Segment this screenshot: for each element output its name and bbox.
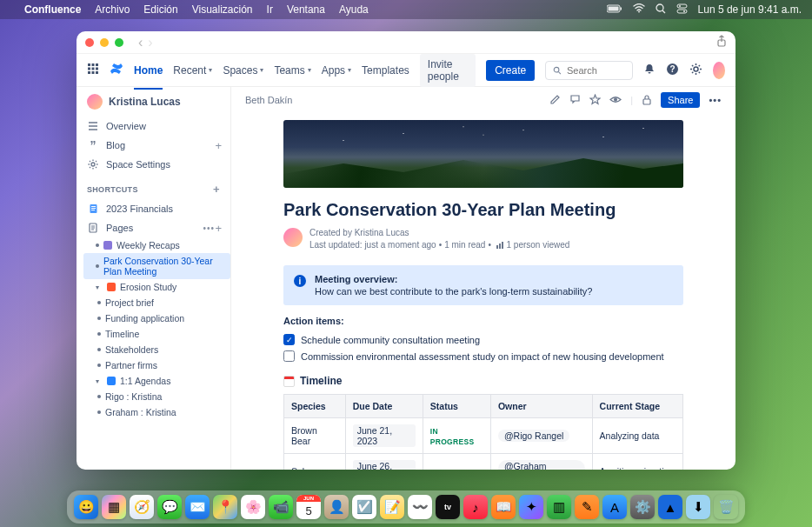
breadcrumb-user[interactable]: Beth Dakín: [245, 95, 292, 105]
nav-back[interactable]: ‹: [138, 35, 143, 50]
dock-music[interactable]: ♪: [463, 495, 488, 519]
battery-icon[interactable]: [607, 3, 622, 16]
tree-item[interactable]: ▾1:1 Agendas: [83, 373, 230, 389]
add-shortcut-button[interactable]: +: [213, 183, 220, 196]
menubar-item[interactable]: Ayuda: [339, 3, 369, 16]
sidebar-space-settings[interactable]: Space Settings: [77, 155, 230, 174]
user-mention[interactable]: @Graham McBride: [498, 460, 585, 470]
menubar-item[interactable]: Edición: [143, 3, 177, 16]
dock-facetime[interactable]: 📹: [269, 495, 293, 519]
dock-mail[interactable]: ✉️: [185, 495, 210, 519]
tree-item[interactable]: Stakeholders: [83, 342, 230, 357]
search-box[interactable]: [545, 61, 633, 80]
tree-item[interactable]: Project brief: [83, 295, 230, 310]
menubar-item[interactable]: Ir: [267, 3, 273, 16]
timeline-heading: Timeline: [283, 375, 683, 387]
dock-maps[interactable]: 📍: [213, 495, 237, 519]
dock-photos[interactable]: 🌸: [241, 495, 265, 519]
macos-menubar: Confluence ArchivoEdiciónVisualizaciónIr…: [0, 0, 812, 19]
watch-icon[interactable]: [609, 94, 622, 107]
nav-templates[interactable]: Templates: [362, 61, 409, 80]
tree-item[interactable]: ▾Erosion Study: [83, 279, 230, 295]
star-icon[interactable]: [589, 94, 601, 107]
checkbox[interactable]: [283, 350, 295, 362]
user-mention[interactable]: @Rigo Rangel: [498, 430, 569, 442]
wifi-icon[interactable]: [633, 3, 645, 16]
menubar-app-name[interactable]: Confluence: [24, 3, 81, 16]
space-header[interactable]: Kristina Lucas: [77, 87, 230, 117]
dock-freeform[interactable]: 〰️: [408, 495, 432, 519]
dock-books[interactable]: 📖: [491, 495, 516, 519]
tree-item[interactable]: Weekly Recaps: [83, 237, 230, 253]
settings-icon[interactable]: [689, 63, 702, 78]
page-more-menu[interactable]: •••: [709, 95, 722, 105]
checkbox[interactable]: ✓: [283, 334, 295, 345]
tree-item[interactable]: Funding application: [83, 310, 230, 326]
help-icon[interactable]: ?: [666, 63, 679, 78]
menubar-item[interactable]: Ventana: [287, 3, 325, 16]
control-center-icon[interactable]: [676, 3, 688, 17]
add-button[interactable]: +: [215, 139, 222, 152]
search-input[interactable]: [567, 65, 625, 76]
dock-numbers[interactable]: ▥: [547, 495, 571, 519]
tree-item[interactable]: Park Conservation 30-Year Plan Meeting: [83, 253, 230, 279]
shortcut-item[interactable]: 2023 Financials: [77, 199, 230, 218]
window-zoom[interactable]: [115, 38, 123, 47]
sidebar-blog[interactable]: ”Blog+: [77, 136, 230, 155]
dock-downloads[interactable]: ⬇: [686, 495, 710, 519]
search-icon[interactable]: [656, 3, 666, 17]
add-page-button[interactable]: +: [215, 222, 222, 235]
menubar-item[interactable]: Archivo: [95, 3, 130, 16]
sidebar-overview[interactable]: Overview: [77, 117, 230, 136]
dock-trash[interactable]: 🗑️: [714, 495, 738, 519]
window-close[interactable]: [85, 38, 94, 47]
nav-home[interactable]: Home: [134, 61, 163, 80]
dock-tv[interactable]: tv: [436, 495, 460, 519]
meta-line: Last updated: just a moment ago•1 min re…: [309, 239, 569, 251]
expand-caret[interactable]: ▾: [96, 377, 103, 385]
dock-calendar[interactable]: JUN5: [296, 495, 321, 519]
page-icon: [103, 241, 112, 250]
tree-item[interactable]: Partner firms: [83, 357, 230, 373]
dock-appstore[interactable]: A: [602, 495, 627, 519]
nav-forward[interactable]: ›: [148, 35, 152, 50]
notifications-icon[interactable]: [643, 63, 656, 77]
nav-teams[interactable]: Teams▾: [274, 61, 310, 80]
nav-apps[interactable]: Apps▾: [322, 61, 351, 80]
dock-pages[interactable]: ✎: [575, 495, 599, 519]
edit-icon[interactable]: [549, 94, 561, 107]
confluence-logo-icon[interactable]: [110, 62, 123, 78]
dock-safari[interactable]: 🧭: [130, 495, 154, 519]
calendar-icon: [283, 376, 295, 387]
nav-spaces[interactable]: Spaces▾: [223, 61, 263, 80]
tree-item[interactable]: Graham : Kristina: [83, 404, 230, 420]
dock-atlas[interactable]: ▲: [658, 495, 682, 519]
expand-caret[interactable]: ▾: [96, 284, 103, 291]
menubar-clock[interactable]: Lun 5 de jun 9:41 a.m.: [698, 3, 802, 16]
dock-launchpad[interactable]: ▦: [102, 495, 126, 519]
dock-contacts[interactable]: 👤: [324, 495, 349, 519]
dock-notes[interactable]: 📝: [380, 495, 404, 519]
share-button[interactable]: Share: [661, 92, 700, 108]
comment-icon[interactable]: [569, 94, 581, 107]
app-switcher-icon[interactable]: [87, 63, 99, 77]
dock-messages[interactable]: 💬: [157, 495, 182, 519]
window-minimize[interactable]: [100, 38, 109, 47]
svg-rect-15: [92, 68, 95, 70]
dock-settings[interactable]: ⚙️: [630, 495, 655, 519]
profile-avatar[interactable]: [713, 62, 725, 79]
tree-item[interactable]: Timeline: [83, 326, 230, 342]
create-button[interactable]: Create: [486, 60, 535, 81]
tree-item[interactable]: Rigo : Kristina: [83, 389, 230, 404]
menubar-item[interactable]: Visualización: [192, 3, 253, 16]
invite-people-button[interactable]: Invite people: [420, 54, 476, 87]
pages-more[interactable]: •••: [203, 223, 215, 233]
dock-finder[interactable]: 😀: [74, 495, 98, 519]
svg-rect-46: [91, 206, 96, 207]
restrictions-icon[interactable]: [642, 94, 652, 107]
dock-reminders[interactable]: ☑️: [352, 495, 376, 519]
macos-share-icon[interactable]: [716, 35, 727, 50]
pages-root[interactable]: Pages ••• +: [77, 218, 230, 237]
nav-recent[interactable]: Recent▾: [173, 61, 212, 80]
dock-shortcuts[interactable]: ✦: [519, 495, 543, 519]
